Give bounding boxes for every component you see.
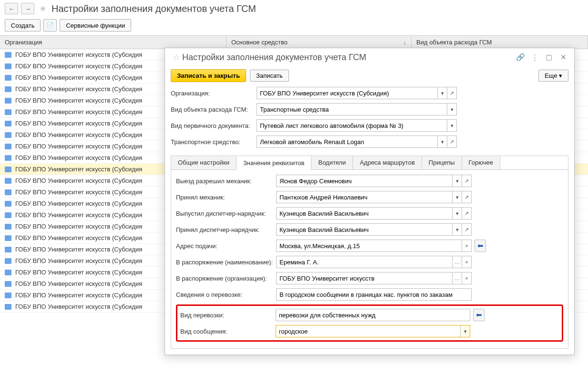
chevron-down-icon: ▾ <box>559 72 562 79</box>
tab-5[interactable]: Горючее <box>462 156 500 169</box>
accept-input[interactable] <box>277 224 452 235</box>
save-and-close-button[interactable]: Записать и закрыть <box>171 69 246 82</box>
row-org-cell: ГОБУ ВПО Университет искусств (Субсидия <box>15 200 142 207</box>
receive-input[interactable] <box>277 191 452 203</box>
type-label: Вид объекта расхода ГСМ: <box>171 106 257 113</box>
record-icon <box>5 189 11 195</box>
release-label: Выпустил диспетчер-нарядчик: <box>176 210 276 217</box>
accept-open-button[interactable]: ↗ <box>462 224 471 235</box>
disposal-org-label: В распоряжение (организация): <box>176 275 276 282</box>
copy-button[interactable]: 📄 <box>43 19 57 31</box>
link-icon[interactable]: 🔗 <box>515 52 526 63</box>
tab-2[interactable]: Водители <box>311 156 353 169</box>
depart-dropdown-button[interactable]: ▾ <box>452 175 462 187</box>
doc-input[interactable] <box>257 120 447 131</box>
vehicle-dropdown-button[interactable]: ▾ <box>437 136 447 147</box>
address-clear-button[interactable]: × <box>462 240 471 251</box>
row-org-cell: ГОБУ ВПО Университет искусств (Субсидия <box>15 97 142 104</box>
vehicle-open-button[interactable]: ↗ <box>447 136 456 147</box>
doc-dropdown-button[interactable]: ▾ <box>447 120 456 131</box>
disposal-name-ellipsis-button[interactable]: … <box>452 256 462 268</box>
row-org-cell: ГОБУ ВПО Университет искусств (Субсидия <box>15 154 142 161</box>
disposal-name-input[interactable] <box>277 256 452 268</box>
receive-label: Принял механик: <box>176 194 276 201</box>
disposal-org-ellipsis-button[interactable]: … <box>452 272 462 284</box>
record-icon <box>5 155 11 161</box>
kebab-menu-icon[interactable]: ⋮ <box>529 52 540 63</box>
sort-descending-icon: ↓ <box>403 39 407 46</box>
record-icon <box>5 293 11 298</box>
address-label: Адрес подачи: <box>176 242 276 250</box>
nav-forward-button[interactable]: → <box>21 3 34 14</box>
record-icon <box>5 235 11 241</box>
nav-back-button[interactable]: ← <box>5 3 18 14</box>
favorite-star-icon[interactable]: ★ <box>39 3 47 14</box>
record-icon <box>5 281 11 287</box>
release-input[interactable] <box>277 208 452 219</box>
save-button[interactable]: Записать <box>250 70 289 82</box>
dialog-title: Настройки заполнения документов учета ГС… <box>182 52 511 63</box>
highlight-box: Вид перевозки: ⬅ Вид сообщения: ▾ <box>176 304 563 313</box>
address-prev-button[interactable]: ⬅ <box>475 240 486 252</box>
tab-3[interactable]: Адреса маршрутов <box>353 156 422 169</box>
create-button[interactable]: Создать <box>5 19 41 31</box>
row-org-cell: ГОБУ ВПО Университет искусств (Субсидия <box>15 257 142 264</box>
depart-label: Выезд разрешил механик: <box>176 178 276 185</box>
record-icon <box>5 86 11 92</box>
record-icon <box>5 167 11 172</box>
record-icon <box>5 63 11 69</box>
receive-dropdown-button[interactable]: ▾ <box>452 191 462 203</box>
vehicle-label: Транспортное средство: <box>171 138 257 146</box>
dialog-favorite-star-icon[interactable]: ☆ <box>173 52 180 63</box>
org-input[interactable] <box>257 87 437 99</box>
arrow-left-icon: ⬅ <box>476 311 482 313</box>
vehicle-input[interactable] <box>257 136 437 147</box>
column-header-type[interactable]: Вид объекта расхода ГСМ <box>412 36 588 49</box>
transport-type-input[interactable] <box>276 309 470 313</box>
accept-dropdown-button[interactable]: ▾ <box>452 224 462 235</box>
type-input[interactable] <box>257 104 447 115</box>
row-org-cell: ГОБУ ВПО Университет искусств (Субсидия <box>15 280 142 287</box>
record-icon <box>5 132 11 138</box>
row-org-cell: ГОБУ ВПО Университет искусств (Субсидия <box>15 166 142 173</box>
release-dropdown-button[interactable]: ▾ <box>452 208 462 219</box>
address-input[interactable] <box>277 240 462 251</box>
transport-info-input[interactable] <box>277 289 471 300</box>
row-org-cell: ГОБУ ВПО Университет искусств (Субсидия <box>15 85 142 93</box>
record-icon <box>5 247 11 252</box>
close-icon[interactable]: ✕ <box>558 52 568 63</box>
tab-4[interactable]: Прицепы <box>422 156 462 169</box>
disposal-org-input[interactable] <box>277 272 452 284</box>
depart-open-button[interactable]: ↗ <box>462 175 471 187</box>
transport-type-label: Вид перевозки: <box>180 312 276 313</box>
record-icon <box>5 98 11 104</box>
record-icon <box>5 52 11 58</box>
more-button[interactable]: Еще ▾ <box>538 70 568 82</box>
record-icon <box>5 224 11 230</box>
row-org-cell: ГОБУ ВПО Университет искусств (Субсидия <box>15 269 142 276</box>
maximize-icon[interactable]: ▢ <box>544 52 554 63</box>
settings-dialog: ☆ Настройки заполнения документов учета … <box>165 48 575 313</box>
release-open-button[interactable]: ↗ <box>462 208 471 219</box>
depart-input[interactable] <box>277 175 452 187</box>
column-header-org[interactable]: Организация <box>0 36 227 49</box>
tab-1[interactable]: Значения реквизитов <box>237 157 312 170</box>
row-org-cell: ГОБУ ВПО Университет искусств (Субсидия <box>15 188 142 196</box>
page-title: Настройки заполнения документов учета ГС… <box>52 3 256 14</box>
service-functions-button[interactable]: Сервисные функции <box>60 19 131 31</box>
column-header-asset[interactable]: Основное средство ↓ <box>227 36 412 49</box>
org-open-button[interactable]: ↗ <box>447 87 456 99</box>
row-org-cell: ГОБУ ВПО Университет искусств (Субсидия <box>15 234 142 241</box>
disposal-org-clear-button[interactable]: × <box>462 272 471 284</box>
type-dropdown-button[interactable]: ▾ <box>447 104 456 115</box>
tab-0[interactable]: Общие настройки <box>171 156 237 169</box>
transport-type-prev-button[interactable]: ⬅ <box>473 309 485 313</box>
org-label: Организация: <box>171 90 257 97</box>
org-dropdown-button[interactable]: ▾ <box>437 87 447 99</box>
receive-open-button[interactable]: ↗ <box>462 191 471 203</box>
row-org-cell: ГОБУ ВПО Университет искусств (Субсидия <box>15 211 142 219</box>
disposal-name-clear-button[interactable]: × <box>462 256 471 268</box>
record-icon <box>5 121 11 126</box>
row-org-cell: ГОБУ ВПО Университет искусств (Субсидия <box>15 108 142 115</box>
arrow-left-icon: ⬅ <box>477 241 484 250</box>
